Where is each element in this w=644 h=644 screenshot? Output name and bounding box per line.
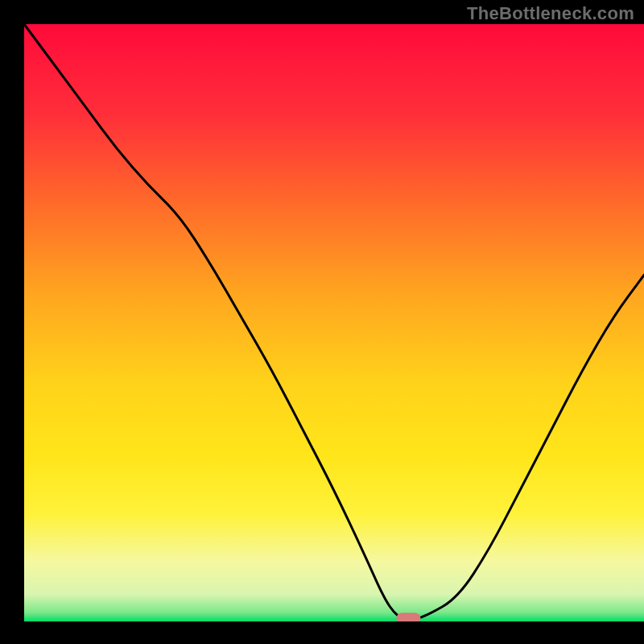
watermark-text: TheBottleneck.com: [467, 3, 634, 24]
bottom-border: [0, 621, 644, 644]
left-border: [0, 0, 24, 644]
chart-frame: TheBottleneck.com: [0, 0, 644, 644]
bottleneck-chart: [0, 0, 644, 644]
gradient-background: [24, 24, 644, 621]
